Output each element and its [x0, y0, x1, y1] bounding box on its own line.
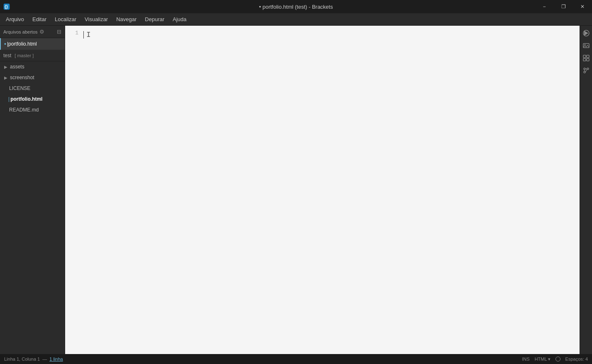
insert-mode: INS: [522, 357, 529, 362]
project-header[interactable]: test [ master ]: [0, 50, 65, 61]
status-bar: Linha 1, Coluna 1 — 1 linha INS HTML ▾ E…: [0, 354, 592, 364]
right-panel: [580, 26, 592, 354]
sidebar: Arquivos abertos ⚙ ⊟ • |portfolio.html t…: [0, 26, 65, 354]
main-area: Arquivos abertos ⚙ ⊟ • |portfolio.html t…: [0, 26, 592, 354]
extensions-button[interactable]: [580, 52, 592, 64]
window-title: • portfolio.html (test) - Brackets: [259, 4, 333, 10]
svg-rect-7: [587, 55, 589, 58]
cursor-indicator: I: [86, 29, 91, 41]
app-icon: {}: [3, 3, 10, 10]
svg-marker-2: [584, 31, 588, 36]
status-circle: [555, 357, 560, 362]
close-button[interactable]: ✕: [573, 0, 592, 13]
language-name: HTML: [535, 357, 547, 362]
language-selector[interactable]: HTML ▾: [535, 357, 551, 362]
title-bar: {} • portfolio.html (test) - Brackets − …: [0, 0, 592, 13]
menu-depurar[interactable]: Depurar: [141, 15, 168, 24]
git-button[interactable]: [580, 65, 592, 76]
file-readme[interactable]: README.md: [0, 104, 65, 115]
svg-rect-6: [583, 55, 586, 58]
menu-ajuda[interactable]: Ajuda: [168, 15, 190, 24]
code-area[interactable]: I: [82, 26, 580, 354]
working-file-item[interactable]: • |portfolio.html: [0, 38, 65, 50]
language-dropdown-icon: ▾: [548, 357, 551, 362]
working-files-actions: ⊟: [57, 29, 61, 35]
branch-label: [ master ]: [15, 53, 34, 58]
file-portfolio[interactable]: | portfolio.html: [0, 94, 65, 104]
modified-dot: •: [4, 41, 6, 47]
status-separator: —: [42, 357, 47, 362]
svg-text:{}: {}: [5, 5, 8, 9]
menu-localizar[interactable]: Localizar: [51, 15, 80, 24]
project-name: test: [3, 53, 11, 58]
menu-arquivo[interactable]: Arquivo: [2, 15, 28, 24]
menu-bar: ArquivoEditarLocalizarVisualizarNavegarD…: [0, 13, 592, 26]
split-icon[interactable]: ⊟: [57, 29, 61, 35]
file-license[interactable]: LICENSE: [0, 83, 65, 94]
working-files-header: Arquivos abertos ⚙ ⊟: [0, 26, 65, 38]
status-right: INS HTML ▾ Espaços: 4: [522, 357, 588, 362]
menu-navegar[interactable]: Navegar: [112, 15, 141, 24]
line-count-link[interactable]: 1 linha: [49, 357, 63, 362]
cursor-line: I: [83, 29, 580, 41]
file-name: LICENSE: [9, 85, 30, 91]
window-controls: − ❐ ✕: [535, 0, 592, 13]
settings-icon[interactable]: ⚙: [39, 29, 44, 35]
modified-dot: |: [8, 96, 10, 102]
working-file-name: |portfolio.html: [7, 41, 37, 47]
minimize-button[interactable]: −: [535, 0, 554, 13]
image-preview-button[interactable]: [580, 40, 592, 51]
line-numbers: 1: [65, 26, 82, 354]
menu-visualizar[interactable]: Visualizar: [80, 15, 112, 24]
spaces-setting[interactable]: Espaços: 4: [565, 357, 588, 362]
folder-assets[interactable]: ▶ assets: [0, 61, 65, 72]
svg-rect-9: [587, 58, 589, 61]
svg-point-11: [587, 68, 589, 70]
maximize-button[interactable]: ❐: [554, 0, 573, 13]
svg-point-12: [584, 71, 585, 73]
working-files-list: • |portfolio.html: [0, 38, 65, 50]
text-cursor: [83, 31, 84, 39]
folder-name: screenshot: [10, 75, 34, 80]
cursor-position: Linha 1, Coluna 1: [4, 357, 40, 362]
file-tree: ▶ assets ▶ screenshot LICENSE | portfoli…: [0, 61, 65, 115]
svg-point-10: [584, 68, 585, 70]
svg-point-5: [584, 44, 585, 46]
svg-rect-8: [583, 58, 586, 61]
editor[interactable]: 1 I: [65, 26, 580, 354]
working-files-title: Arquivos abertos: [3, 29, 38, 34]
editor-content: 1 I: [65, 26, 580, 354]
menu-editar[interactable]: Editar: [28, 15, 51, 24]
line-number: 1: [65, 29, 78, 38]
arrow-icon: ▶: [4, 65, 8, 69]
live-preview-button[interactable]: [580, 27, 592, 39]
file-name: README.md: [9, 107, 39, 113]
project-section: test [ master ] ▶ assets ▶ screenshot LI…: [0, 50, 65, 354]
arrow-icon: ▶: [4, 75, 8, 80]
working-files-label: Arquivos abertos ⚙: [3, 29, 44, 35]
status-left: Linha 1, Coluna 1 — 1 linha: [4, 357, 63, 362]
folder-screenshot[interactable]: ▶ screenshot: [0, 72, 65, 83]
folder-name: assets: [10, 64, 24, 70]
file-name: portfolio.html: [10, 96, 42, 102]
